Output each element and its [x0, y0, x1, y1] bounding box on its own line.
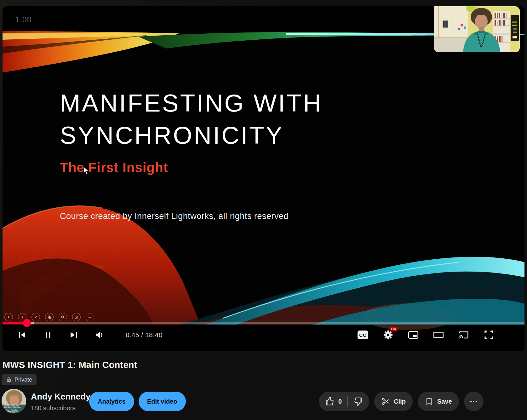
progress-scrubber[interactable] [23, 319, 31, 327]
channel-avatar[interactable]: Elevate Your Life with High Vibration Li… [2, 389, 26, 413]
clip-button[interactable]: Clip [374, 392, 413, 411]
webcam-picture [434, 6, 520, 52]
slide-subtitle: The First Insight [60, 160, 168, 175]
analytics-button[interactable]: Analytics [89, 392, 134, 411]
fullscreen-button[interactable] [484, 330, 494, 340]
cc-label: CC [359, 332, 367, 338]
edit-video-button[interactable]: Edit video [139, 392, 186, 411]
thumbs-down-icon [353, 397, 363, 406]
theater-mode-button[interactable] [433, 330, 444, 340]
time-separator: / [139, 331, 145, 338]
more-dot [470, 401, 472, 402]
privacy-badge-label: Private [14, 377, 32, 383]
volume-button[interactable] [94, 330, 105, 340]
miniplayer-button[interactable] [408, 330, 419, 340]
slide-credit: Course created by Innerself Lightworks, … [60, 211, 289, 221]
more-actions-button[interactable] [464, 392, 484, 411]
presenter-toolbar [4, 313, 94, 321]
save-button-label: Save [437, 398, 452, 405]
youtube-watch-page: { "player": { "speed_overlay": "1.00", "… [0, 0, 527, 420]
slide-artwork [3, 6, 524, 351]
slide-title: MANIFESTING WITH SYNCHRONICITY [60, 87, 323, 151]
mouse-cursor [82, 167, 90, 175]
avatar-picture: Elevate Your Life with High Vibration Li… [2, 389, 26, 413]
like-dislike-divider [347, 396, 348, 407]
channel-subscribers: 180 subscribers [31, 405, 75, 412]
scissors-icon [381, 397, 390, 406]
slide-previous-icon [4, 313, 13, 321]
see-all-slides-icon [45, 313, 54, 321]
slide-title-line2: SYNCHRONICITY [60, 119, 323, 151]
video-title: MWS INSIGHT 1: Main Content [3, 360, 137, 370]
cast-button[interactable] [458, 330, 469, 340]
dislike-button[interactable] [353, 397, 363, 406]
pause-button[interactable] [43, 330, 53, 340]
like-button[interactable]: 0 [325, 397, 342, 406]
captions-button[interactable]: CC [358, 330, 368, 340]
thumbs-up-icon [325, 397, 335, 406]
avatar-caption-line2: with High Vibration [3, 406, 21, 409]
more-options-icon [86, 313, 94, 321]
avatar-caption-line1: Elevate Your Life [4, 404, 19, 406]
slide-title-line1: MANIFESTING WITH [60, 87, 323, 119]
video-player[interactable]: 1.00 MANIFESTING WITH SYNCHRONICITY The … [3, 6, 524, 351]
avatar-caption-line4: You & Thrive [4, 411, 15, 413]
lock-icon [6, 377, 12, 383]
zoom-slide-icon [59, 313, 67, 321]
cc-icon: CC [358, 331, 368, 339]
time-current: 0:45 [126, 331, 139, 338]
pen-icon [32, 313, 40, 321]
settings-button[interactable]: HD [383, 330, 393, 340]
more-dot [473, 401, 474, 402]
save-button[interactable]: Save [418, 392, 459, 411]
time-display: 0:45 / 18:40 [126, 331, 163, 339]
clip-button-label: Clip [394, 398, 406, 405]
playback-speed-overlay: 1.00 [15, 15, 32, 24]
like-count: 0 [338, 398, 342, 405]
progress-bar[interactable] [3, 322, 524, 324]
like-dislike-pill: 0 [319, 392, 369, 411]
privacy-badge: Private [2, 374, 37, 385]
hd-quality-badge: HD [390, 327, 398, 331]
previous-button[interactable] [17, 330, 27, 340]
time-duration: 18:40 [145, 331, 163, 338]
more-dot [476, 401, 477, 402]
captions-icon [72, 313, 81, 321]
webcam-overlay [434, 6, 520, 52]
next-button[interactable] [68, 330, 79, 340]
bookmark-icon [425, 397, 433, 406]
